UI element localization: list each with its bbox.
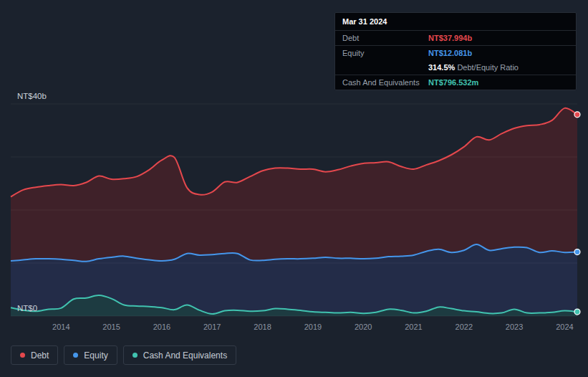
legend-item-equity[interactable]: Equity (64, 345, 117, 365)
x-axis-label: 2014 (52, 323, 69, 331)
x-axis-label: 2021 (405, 323, 422, 331)
legend-item-cash[interactable]: Cash And Equivalents (123, 345, 236, 365)
tooltip-cash-value: NT$796.532m (428, 78, 478, 87)
tooltip-date: Mar 31 2024 (335, 13, 576, 31)
legend-equity-dot (73, 353, 78, 358)
x-axis-label: 2016 (153, 323, 170, 331)
tooltip-row-ratio: 314.5% Debt/Equity Ratio (335, 60, 576, 75)
tooltip-ratio-value: 314.5% (428, 63, 455, 72)
tooltip-ratio-label: Debt/Equity Ratio (457, 63, 519, 72)
tooltip-row-cash: Cash And Equivalents NT$796.532m (335, 75, 576, 90)
chart-legend: Debt Equity Cash And Equivalents (11, 345, 236, 365)
debt-endpoint-marker[interactable] (574, 112, 580, 118)
x-axis-label: 2024 (556, 323, 573, 331)
y-axis-label: NT$0 (17, 304, 37, 312)
legend-equity-label: Equity (84, 350, 107, 361)
x-axis-label: 2019 (304, 323, 322, 331)
tooltip-cash-label: Cash And Equivalents (342, 78, 428, 87)
legend-debt-dot (20, 353, 25, 358)
tooltip-ratio: 314.5% Debt/Equity Ratio (428, 63, 519, 72)
x-axis-label: 2022 (456, 323, 473, 331)
tooltip-row-equity: Equity NT$12.081b (335, 46, 576, 60)
legend-cash-label: Cash And Equivalents (143, 350, 227, 361)
x-axis-label: 2017 (203, 323, 221, 331)
x-axis-label: 2018 (254, 323, 271, 331)
equity-endpoint-marker[interactable] (574, 249, 580, 255)
x-axis-label: 2023 (506, 323, 523, 331)
tooltip-debt-label: Debt (342, 34, 428, 42)
chart-tooltip: Mar 31 2024 Debt NT$37.994b Equity NT$12… (334, 12, 577, 90)
x-axis-label: 2020 (355, 323, 372, 331)
debt-equity-history-panel: NT$40bNT$0201420152016201720182019202020… (0, 0, 588, 377)
tooltip-row-debt: Debt NT$37.994b (335, 31, 576, 46)
tooltip-equity-value: NT$12.081b (428, 49, 472, 57)
y-axis-label: NT$40b (17, 92, 47, 100)
legend-debt-label: Debt (31, 350, 49, 361)
tooltip-debt-value: NT$37.994b (428, 34, 472, 42)
tooltip-equity-label: Equity (342, 49, 428, 57)
legend-item-debt[interactable]: Debt (11, 345, 58, 365)
x-axis-label: 2015 (102, 323, 120, 331)
cash-and-equivalents-endpoint-marker[interactable] (574, 309, 580, 315)
legend-cash-dot (132, 353, 138, 358)
